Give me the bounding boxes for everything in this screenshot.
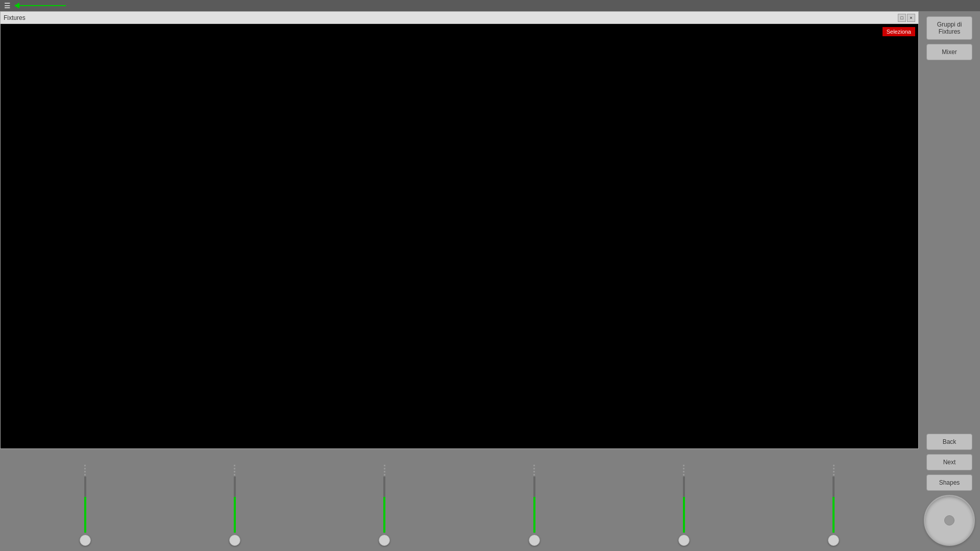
left-content: Fixtures □ × Seleziona — [0, 11, 919, 551]
seleziona-button[interactable]: Seleziona — [883, 27, 915, 36]
dot — [683, 468, 684, 469]
slider-4-dots — [533, 465, 535, 475]
right-sidebar-bottom: Back Next Shapes — [923, 434, 976, 546]
back-arrow-icon[interactable] — [15, 5, 66, 6]
fixtures-panel: Fixtures □ × Seleziona — [0, 11, 919, 449]
slider-1-thumb[interactable] — [80, 535, 91, 546]
mixer-button[interactable]: Mixer — [926, 44, 972, 60]
slider-5-thumb[interactable] — [678, 535, 690, 546]
dot — [84, 474, 86, 475]
knob-control[interactable] — [924, 495, 975, 546]
slider-column-4 — [459, 449, 609, 546]
dot — [84, 468, 86, 469]
slider-column-3 — [310, 449, 459, 546]
slider-6-track-container — [832, 477, 835, 533]
slider-5-track-container — [683, 477, 685, 533]
knob-dot — [944, 515, 954, 525]
slider-column-2 — [160, 449, 309, 546]
slider-4-thumb[interactable] — [529, 535, 540, 546]
slider-2-track[interactable] — [234, 477, 236, 533]
slider-1-track-container — [84, 477, 86, 533]
slider-column-5 — [609, 449, 758, 546]
fixtures-title: Fixtures — [4, 14, 26, 21]
slider-column-6 — [759, 449, 909, 546]
dot — [683, 474, 684, 475]
back-button[interactable]: Back — [926, 434, 972, 450]
slider-5-track[interactable] — [683, 477, 685, 533]
gruppi-di-fixtures-button[interactable]: Gruppi di Fixtures — [926, 16, 972, 40]
slider-4-track-container — [533, 477, 535, 533]
dot — [384, 465, 385, 466]
dot — [533, 471, 535, 472]
dot — [833, 471, 835, 472]
slider-2-track-container — [234, 477, 236, 533]
fixtures-close-button[interactable]: × — [907, 14, 915, 22]
slider-6-dots — [833, 465, 835, 475]
dot — [234, 471, 235, 472]
dot — [234, 468, 235, 469]
main-area: Fixtures □ × Seleziona — [0, 11, 980, 551]
sliders-area — [0, 449, 919, 551]
slider-4-track[interactable] — [533, 477, 535, 533]
slider-3-dots — [384, 465, 385, 475]
slider-2-thumb[interactable] — [229, 535, 240, 546]
slider-3-track[interactable] — [383, 477, 385, 533]
dot — [384, 474, 385, 475]
slider-1-fill — [84, 497, 86, 533]
next-button[interactable]: Next — [926, 454, 972, 470]
top-bar: ☰ — [0, 0, 980, 11]
slider-6-thumb[interactable] — [828, 535, 839, 546]
dot — [833, 468, 835, 469]
dot — [833, 465, 835, 466]
slider-6-fill — [832, 497, 835, 533]
dot — [234, 474, 235, 475]
dot — [833, 474, 835, 475]
dot — [533, 465, 535, 466]
shapes-button[interactable]: Shapes — [926, 474, 972, 491]
dot — [234, 465, 235, 466]
fixtures-restore-button[interactable]: □ — [898, 14, 906, 22]
slider-3-thumb[interactable] — [379, 535, 390, 546]
slider-3-fill — [383, 497, 385, 533]
slider-6-track[interactable] — [832, 477, 835, 533]
dot — [683, 471, 684, 472]
slider-4-fill — [533, 497, 535, 533]
slider-column-1 — [10, 449, 160, 546]
dot — [683, 465, 684, 466]
slider-2-fill — [234, 497, 236, 533]
dot — [533, 468, 535, 469]
display-area: Seleziona — [1, 24, 918, 448]
slider-5-dots — [683, 465, 684, 475]
dot — [84, 471, 86, 472]
slider-2-dots — [234, 465, 235, 475]
dot — [84, 465, 86, 466]
fixtures-header: Fixtures □ × — [1, 12, 918, 24]
slider-1-track[interactable] — [84, 477, 86, 533]
dot — [384, 471, 385, 472]
right-sidebar: Gruppi di Fixtures Mixer Back Next Shape… — [919, 11, 980, 551]
dot — [533, 474, 535, 475]
slider-1-dots — [84, 465, 86, 475]
hamburger-icon[interactable]: ☰ — [4, 2, 11, 10]
fixtures-controls: □ × — [898, 14, 915, 22]
slider-3-track-container — [383, 477, 385, 533]
dot — [384, 468, 385, 469]
slider-5-fill — [683, 497, 685, 533]
